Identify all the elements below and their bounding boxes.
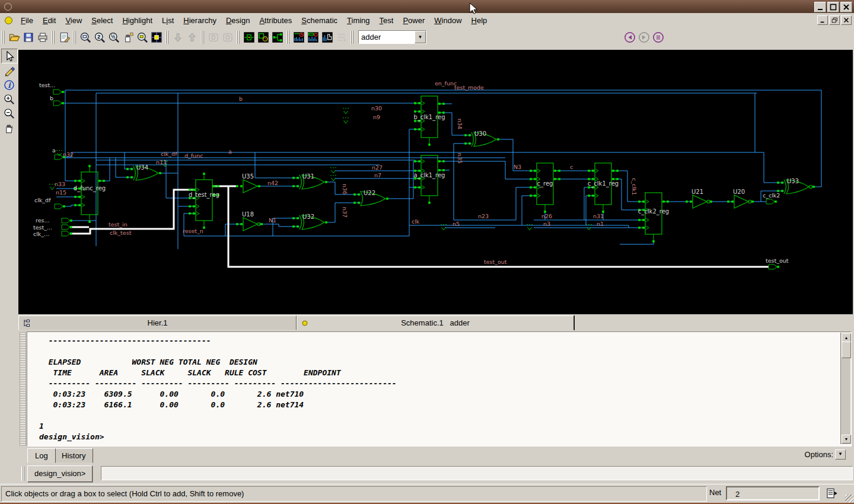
scroll-thumb[interactable] [842,342,851,358]
back-icon[interactable] [623,30,637,44]
port-c_clk2[interactable] [766,199,775,204]
toolbar-handle[interactable] [165,31,170,44]
pan-tool[interactable] [2,121,17,135]
menu-edit[interactable]: Edit [38,14,60,27]
tab-history[interactable]: History [54,448,93,463]
mdi-minimize-button[interactable] [817,15,828,25]
port-test...[interactable] [53,90,62,94]
gate-U20[interactable] [734,195,751,208]
pan-icon[interactable] [121,30,135,44]
toolbar-handle[interactable] [286,31,291,44]
menu-window[interactable]: Window [429,14,466,27]
design-selector-dropdown-icon[interactable]: ▼ [415,31,426,43]
toolbar-handle[interactable] [51,31,56,44]
port-test_out[interactable] [769,264,777,269]
net-label-n7: n7 [374,172,381,178]
area-report-icon[interactable] [306,30,320,44]
mdi-restore-button[interactable] [829,15,840,25]
print-icon[interactable] [36,30,50,44]
draw-tool[interactable] [2,64,17,78]
options-dropdown-icon[interactable]: ▼ [835,449,846,460]
instance-label: c_clk2_reg [638,208,669,215]
log-panel-handle[interactable] [20,332,26,446]
zoom-out-2x-icon[interactable]: ½ [107,30,121,44]
gate-U21[interactable] [693,195,710,208]
gate-U18[interactable] [243,218,260,231]
tab-hier[interactable]: Hier.1 [18,315,297,330]
log-output[interactable]: ----------------------------------- ELAP… [27,331,852,446]
maximize-button[interactable] [827,2,839,12]
schematic-view-icon[interactable] [242,30,256,44]
port-label: clk_... [33,231,49,237]
view-full-icon[interactable] [149,30,164,44]
menu-hierarchy[interactable]: Hierarchy [179,14,221,27]
log-text: ----------------------------------- ELAP… [39,336,397,442]
scroll-up-icon[interactable]: ▲ [842,333,851,342]
design-selector[interactable]: adder ▼ [358,30,426,44]
zoom-out-tool[interactable] [2,107,17,120]
symbol-view-icon[interactable] [256,30,270,44]
select-tool[interactable] [1,49,18,63]
net-list-icon[interactable] [826,487,839,499]
svg-text:½: ½ [111,33,115,39]
menu-help[interactable]: Help [467,14,492,27]
port-res...[interactable] [62,218,70,223]
net-label-clk: clk [412,218,420,225]
zoom-box-icon[interactable] [78,30,93,44]
menu-power[interactable]: Power [398,14,429,27]
zoom-in-2x-icon[interactable]: 2 [93,30,107,44]
toolbar-handle[interactable] [1,31,6,44]
open-icon[interactable] [7,30,21,44]
save-icon[interactable] [21,30,36,44]
command-list-icon[interactable] [651,30,665,44]
close-button[interactable] [840,2,852,12]
net-label-clk_df: clk_df [161,151,177,157]
port-clk_df[interactable] [55,204,63,209]
menu-view[interactable]: View [60,14,87,27]
minimize-button[interactable] [814,2,826,12]
menu-design[interactable]: Design [221,14,254,27]
port-test_...[interactable] [62,225,70,229]
mdi-close-button[interactable] [841,15,852,25]
net-label-N3: N3 [514,164,521,170]
toolbar-handle[interactable] [72,31,77,44]
info-tool[interactable]: i [2,78,17,92]
toolbar-handle[interactable] [200,31,205,44]
tab-log[interactable]: Log [27,448,56,463]
menu-highlight[interactable]: Highlight [117,14,157,27]
menu-test[interactable]: Test [375,14,399,27]
zoom-selection-icon[interactable] [135,30,149,44]
port-b[interactable] [53,101,62,106]
port-label: clk_df [34,197,51,203]
timing-report-icon[interactable] [292,30,306,44]
svg-text:U31: U31 [302,173,314,180]
histogram-report-icon[interactable] [320,30,334,44]
menu-select[interactable]: Select [87,14,117,27]
scroll-down-icon[interactable]: ▼ [842,435,851,444]
net-value-field[interactable]: 2 [726,486,820,500]
menu-attributes[interactable]: Attributes [254,14,297,27]
zoom-in-tool[interactable] [2,92,17,106]
schematic-canvas[interactable]: d_func_regd_test_regb_clk1_rega_clk1_reg… [18,50,853,314]
command-input[interactable] [101,466,853,480]
design-setup-icon[interactable] [57,30,71,44]
titlebar[interactable]: Design Vision - TopLevel.1 (adder) - [Sc… [0,0,854,13]
menu-schematic[interactable]: Schematic [297,14,342,27]
schematic-drawing[interactable]: d_func_regd_test_regb_clk1_rega_clk1_reg… [18,50,853,314]
menu-timing[interactable]: Timing [342,14,375,27]
hierarchy-view-icon[interactable] [270,30,285,44]
command-row-handle[interactable] [21,467,26,481]
port-clk_...[interactable] [62,231,70,236]
net-label-n26: n26 [541,213,552,219]
log-scrollbar[interactable]: ▲ ▼ [840,333,850,444]
resize-grip[interactable] [845,495,853,503]
toolbar-handle[interactable] [236,31,241,44]
menu-file[interactable]: File [16,14,38,27]
gate-U35[interactable] [243,180,257,193]
toolbar-handle[interactable] [350,31,355,44]
instance-label: d_test_reg [189,192,219,199]
menu-list[interactable]: List [157,14,179,27]
prev-design-icon: D [206,30,221,44]
instance-d_func_reg[interactable] [81,172,98,215]
tab-schematic[interactable]: Schematic.1 adder [297,315,574,330]
